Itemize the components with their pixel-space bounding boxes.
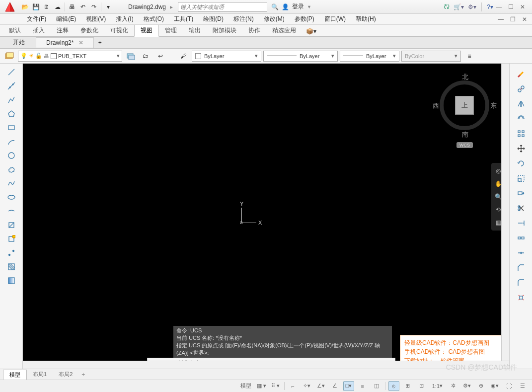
erase-tool-icon[interactable] [515, 68, 528, 80]
tab-insert[interactable]: 插入 [27, 25, 51, 36]
line-tool-icon[interactable] [5, 66, 18, 78]
file-tab-close-icon[interactable]: ✕ [78, 39, 83, 46]
menu-draw[interactable]: 绘图(D) [198, 14, 228, 24]
rotate-tool-icon[interactable] [515, 157, 528, 170]
chamfer-tool-icon[interactable] [515, 261, 528, 274]
tab-view[interactable]: 视图 [134, 24, 159, 37]
scale-tool-icon[interactable] [515, 172, 528, 185]
layer-states-icon[interactable] [124, 50, 137, 63]
layer-prev-icon[interactable]: ↩ [154, 50, 167, 63]
fillet-tool-icon[interactable] [515, 276, 528, 289]
workspace-icon[interactable]: ⚙▾ [461, 381, 472, 391]
tab-model[interactable]: 模型 [3, 370, 27, 380]
tab-manage[interactable]: 管理 [159, 25, 183, 36]
array-tool-icon[interactable] [515, 127, 528, 140]
open-icon[interactable]: 📂 [20, 2, 30, 12]
menu-view[interactable]: 视图(V) [81, 14, 111, 24]
menu-file[interactable]: 文件(F) [22, 14, 51, 24]
linetype-dropdown[interactable]: ByLayer ▾ [340, 51, 399, 62]
undo-icon[interactable]: ↶ [78, 2, 88, 12]
offset-tool-icon[interactable] [515, 112, 528, 125]
isolate-icon[interactable]: ◉▾ [489, 381, 500, 391]
redo-icon[interactable]: ↷ [89, 2, 99, 12]
bycolor-dropdown[interactable]: ByColor ▾ [401, 51, 461, 62]
copy-tool-icon[interactable] [515, 82, 528, 95]
color-dropdown[interactable]: ByLayer ▾ [192, 51, 261, 62]
print-icon[interactable]: 🖶 [67, 2, 77, 12]
grid-icon[interactable]: ▦ ▾ [256, 381, 267, 391]
tab-start[interactable]: 开始 [3, 37, 35, 48]
break-tool-icon[interactable] [515, 232, 528, 244]
mirror-tool-icon[interactable] [515, 97, 528, 110]
layout-add-icon[interactable]: + [78, 370, 88, 379]
list-icon[interactable]: ≡ [463, 50, 476, 63]
tab-featured[interactable]: 精选应用 [266, 25, 302, 36]
save-icon[interactable]: 💾 [31, 2, 41, 12]
hardware-accel-icon[interactable]: ⊕ [475, 381, 486, 391]
selection-cycling-icon[interactable]: ⎋ [388, 381, 399, 391]
point-tool-icon[interactable] [5, 246, 18, 259]
tab-output[interactable]: 输出 [183, 25, 207, 36]
lineweight-dropdown[interactable]: ByLayer ▾ [263, 51, 338, 62]
menu-insert[interactable]: 插入(I) [111, 14, 138, 24]
layer-properties-icon[interactable] [3, 50, 16, 63]
child-minimize-button[interactable]: — [495, 15, 506, 24]
trim-tool-icon[interactable] [515, 202, 528, 215]
customize-icon[interactable]: ☰ [517, 381, 528, 391]
quick-props-icon[interactable]: ⊡ [416, 381, 427, 391]
ribbon-extra-icon[interactable]: 📦▾ [302, 26, 320, 36]
exchange-icon[interactable]: 🗘 [444, 3, 450, 10]
menu-format[interactable]: 格式(O) [139, 14, 169, 24]
insert-block-icon[interactable] [5, 219, 18, 232]
osnap-icon[interactable]: □▾ [343, 381, 354, 391]
spline-tool-icon[interactable] [5, 177, 18, 190]
horizontal-scrollbar[interactable] [23, 361, 509, 369]
revision-cloud-icon[interactable] [5, 163, 18, 176]
join-tool-icon[interactable] [515, 246, 528, 259]
annotation-auto-icon[interactable]: ✲ [448, 381, 458, 391]
menu-help[interactable]: 帮助(H) [351, 14, 381, 24]
tab-collaborate[interactable]: 协作 [242, 25, 266, 36]
child-close-button[interactable]: ✕ [519, 15, 530, 24]
gradient-tool-icon[interactable] [5, 274, 18, 287]
viewcube-top-face[interactable]: 上 [455, 96, 474, 115]
viewcube-west[interactable]: 西 [433, 101, 439, 110]
login-dropdown-icon[interactable]: ▼ [307, 4, 311, 9]
osnap-tracking-icon[interactable]: ∠ [329, 381, 340, 391]
extend-tool-icon[interactable] [515, 217, 528, 230]
drawing-canvas[interactable]: Y X 北 南 西 东 上 WCS ◎ ✋ 🔍 ⟲ ▦ 命令: UCS 当前 U… [23, 64, 509, 369]
layer-iso-icon[interactable]: 🗂 [139, 50, 152, 63]
tab-visualize[interactable]: 可视化 [104, 25, 134, 36]
status-model[interactable]: 模型 [238, 381, 253, 391]
clean-screen-icon[interactable]: ⛶ [503, 381, 514, 391]
layer-dropdown[interactable]: 💡 ☀ 🔓 🖶 PUB_TEXT ▾ [18, 51, 122, 62]
viewcube-north[interactable]: 北 [462, 73, 468, 81]
snap-icon[interactable]: ⠿ ▾ [270, 381, 281, 391]
polygon-tool-icon[interactable] [5, 107, 18, 120]
construction-line-icon[interactable] [5, 79, 18, 92]
menu-edit[interactable]: 编辑(E) [51, 14, 81, 24]
close-button[interactable]: ✕ [517, 2, 528, 11]
minimize-button[interactable]: — [493, 2, 504, 11]
cloud-icon[interactable]: ☁ [53, 2, 63, 12]
ortho-icon[interactable]: ⌐ [288, 381, 299, 391]
lineweight-display-icon[interactable]: ≡ [357, 381, 368, 391]
make-block-icon[interactable] [5, 233, 18, 245]
transparency-icon[interactable]: ◫ [371, 381, 382, 391]
ellipse-tool-icon[interactable] [5, 191, 18, 204]
maximize-button[interactable]: ☐ [505, 2, 516, 11]
menu-window[interactable]: 窗口(W) [319, 14, 351, 24]
tab-default[interactable]: 默认 [3, 25, 27, 36]
search-go-icon[interactable]: 🔍 [271, 3, 279, 10]
search-input[interactable] [178, 2, 267, 12]
polar-icon[interactable]: ✧▾ [302, 381, 312, 391]
isodraft-icon[interactable]: ∠▾ [315, 381, 326, 391]
help-icon[interactable]: ?▾ [487, 3, 493, 10]
wcs-badge[interactable]: WCS [456, 142, 473, 148]
app-logo[interactable] [2, 1, 18, 13]
polyline-tool-icon[interactable] [5, 93, 18, 106]
viewcube[interactable]: 北 南 西 东 上 WCS [435, 74, 494, 148]
file-tab-add-icon[interactable]: + [95, 39, 105, 46]
ellipse-arc-icon[interactable] [5, 205, 18, 218]
match-properties-icon[interactable]: 🖌 [177, 50, 190, 63]
